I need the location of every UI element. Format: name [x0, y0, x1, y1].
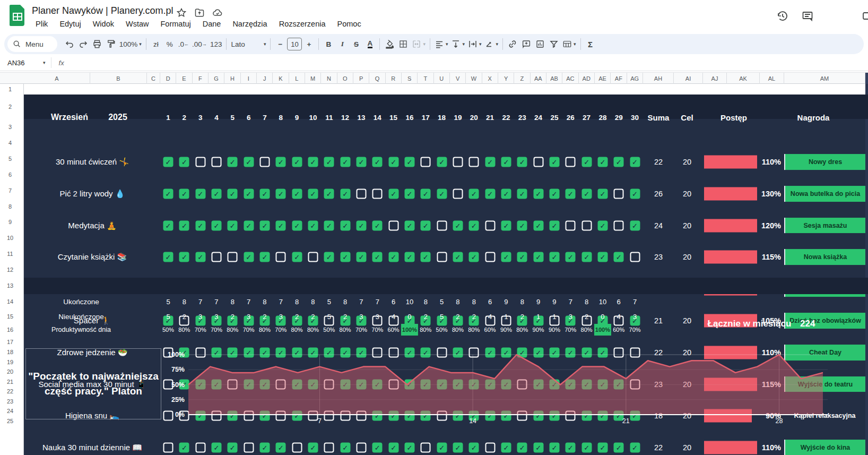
row-header-7[interactable]: 7: [0, 187, 20, 194]
day-checkbox[interactable]: ✓: [276, 443, 286, 453]
column-header-P[interactable]: P: [353, 73, 369, 84]
cel-value[interactable]: 20: [683, 443, 691, 452]
day-checkbox[interactable]: [308, 411, 318, 421]
increase-font-size-button[interactable]: +: [302, 37, 316, 51]
day-checkbox[interactable]: ✓: [614, 379, 624, 389]
decrease-font-size-button[interactable]: −: [273, 37, 287, 51]
productivity-day-value[interactable]: 60%: [613, 327, 624, 333]
day-checkbox[interactable]: ✓: [179, 379, 189, 389]
day-checkbox[interactable]: ✓: [630, 443, 640, 453]
day-checkbox[interactable]: ✓: [533, 379, 543, 389]
day-checkbox[interactable]: ✓: [453, 379, 463, 389]
day-checkbox[interactable]: ✓: [566, 379, 576, 389]
summary-day-value[interactable]: 2: [311, 313, 315, 321]
productivity-day-value[interactable]: 70%: [211, 327, 222, 333]
suma-value[interactable]: 22: [654, 443, 663, 452]
summary-day-value[interactable]: 3: [359, 313, 363, 321]
summary-day-value[interactable]: 2: [585, 313, 588, 321]
day-checkbox[interactable]: ✓: [533, 443, 543, 453]
day-checkbox[interactable]: [276, 411, 286, 421]
productivity-day-value[interactable]: 80%: [452, 327, 464, 333]
day-checkbox[interactable]: [388, 379, 398, 389]
productivity-day-value[interactable]: 70%: [243, 327, 255, 333]
day-checkbox[interactable]: [356, 411, 366, 421]
menu-narzędzia[interactable]: Narzędzia: [228, 18, 272, 30]
column-header-AK[interactable]: AK: [727, 73, 760, 84]
day-checkbox[interactable]: ✓: [388, 411, 398, 421]
name-box-caret-icon[interactable]: ▾: [43, 60, 46, 65]
column-header-AM[interactable]: AM: [784, 73, 865, 84]
productivity-day-value[interactable]: 70%: [565, 327, 576, 333]
summary-day-value[interactable]: 7: [198, 298, 202, 306]
day-checkbox[interactable]: ✓: [340, 379, 350, 389]
day-checkbox[interactable]: ✓: [308, 443, 318, 453]
summary-row-label[interactable]: Nieukończone: [58, 313, 104, 321]
row-header-9[interactable]: 9: [0, 219, 20, 225]
summary-day-value[interactable]: 7: [279, 298, 283, 306]
day-checkbox[interactable]: ✓: [292, 379, 302, 389]
column-header-J[interactable]: J: [257, 73, 273, 84]
day-checkbox[interactable]: ✓: [614, 411, 624, 421]
move-to-folder-icon[interactable]: [194, 7, 205, 18]
day-checkbox[interactable]: ✓: [517, 443, 527, 453]
day-checkbox[interactable]: ✓: [517, 347, 527, 357]
redo-button[interactable]: [76, 37, 90, 51]
productivity-day-value[interactable]: 100%: [401, 324, 418, 336]
day-checkbox[interactable]: ✓: [597, 411, 607, 421]
day-checkbox[interactable]: [163, 443, 173, 453]
fill-color-button[interactable]: [383, 37, 396, 51]
name-box[interactable]: AN36: [0, 59, 41, 67]
suma-value[interactable]: 21: [654, 316, 663, 325]
menu-pomoc[interactable]: Pomoc: [333, 18, 366, 30]
day-checkbox[interactable]: [340, 411, 350, 421]
toolbar-search[interactable]: Menu: [7, 36, 57, 52]
day-checkbox[interactable]: ✓: [259, 443, 270, 453]
row-header-23[interactable]: 23: [0, 398, 20, 405]
day-checkbox[interactable]: ✓: [211, 443, 221, 453]
day-checkbox[interactable]: ✓: [437, 443, 447, 453]
day-checkbox[interactable]: [437, 347, 447, 357]
day-checkbox[interactable]: ✓: [276, 347, 286, 357]
productivity-day-value[interactable]: 70%: [629, 327, 641, 333]
insert-comment-button[interactable]: [519, 37, 533, 51]
row-header-19[interactable]: 19: [0, 359, 20, 365]
day-checkbox[interactable]: ✓: [630, 411, 640, 421]
table-views-button[interactable]: ▾: [561, 37, 578, 51]
summary-day-value[interactable]: 8: [295, 298, 299, 306]
progress-percent[interactable]: 110%: [742, 348, 781, 357]
summary-day-value[interactable]: 2: [456, 313, 459, 321]
column-header-W[interactable]: W: [466, 73, 482, 84]
day-checkbox[interactable]: ✓: [566, 443, 576, 453]
day-checkbox[interactable]: [517, 379, 527, 389]
column-header-F[interactable]: F: [193, 73, 209, 84]
vertical-align-button[interactable]: ▾: [449, 37, 466, 51]
day-checkbox[interactable]: ✓: [372, 379, 383, 389]
summary-day-value[interactable]: 10: [599, 298, 606, 306]
day-checkbox[interactable]: ✓: [308, 379, 318, 389]
row-header-16[interactable]: 16: [0, 327, 20, 333]
column-header-A[interactable]: A: [24, 73, 90, 84]
day-checkbox[interactable]: [388, 347, 398, 357]
productivity-day-value[interactable]: 60%: [484, 327, 496, 333]
day-checkbox[interactable]: ✓: [228, 411, 238, 421]
day-checkbox[interactable]: ✓: [259, 379, 270, 389]
day-checkbox[interactable]: ✓: [469, 443, 479, 453]
day-checkbox[interactable]: [244, 443, 254, 453]
suma-value[interactable]: 18: [654, 411, 663, 420]
summary-day-value[interactable]: 7: [214, 298, 218, 306]
row-header-10[interactable]: 10: [0, 235, 20, 241]
summary-day-value[interactable]: 9: [504, 298, 508, 306]
row-header-24[interactable]: 24: [0, 408, 20, 414]
reward-cell[interactable]: Cheat Day: [784, 345, 865, 360]
day-checkbox[interactable]: ✓: [581, 379, 592, 389]
day-checkbox[interactable]: [485, 443, 495, 453]
summary-day-value[interactable]: 8: [183, 298, 186, 306]
zoom-select[interactable]: 100%▾: [118, 37, 143, 51]
productivity-day-value[interactable]: 80%: [516, 327, 528, 333]
summary-row-label[interactable]: Produktywność dnia: [51, 326, 111, 333]
progress-percent[interactable]: 90%: [742, 411, 781, 420]
strikethrough-button[interactable]: S: [349, 37, 363, 51]
day-checkbox[interactable]: [324, 411, 334, 421]
column-header-C[interactable]: C: [147, 73, 160, 84]
day-checkbox[interactable]: [163, 411, 173, 421]
